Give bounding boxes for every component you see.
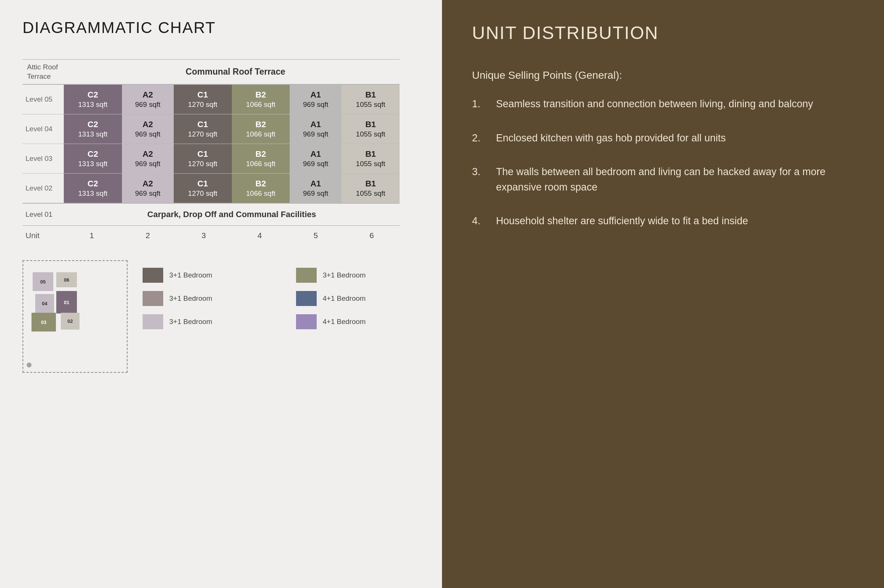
level-label: Level 04	[23, 114, 64, 144]
point-text-2: Enclosed kitchen with gas hob provided f…	[496, 130, 726, 146]
legend-label-0: 3+1 Bedroom	[169, 271, 212, 279]
block-06: 06	[56, 272, 77, 287]
carpark-table: Level 01 Carpark, Drop Off and Communal …	[23, 203, 400, 245]
block-05: 05	[33, 272, 53, 291]
level-label: Level 03	[23, 144, 64, 174]
legend-swatch-1	[296, 268, 317, 283]
legend-item-1: 3+1 Bedroom	[296, 268, 419, 283]
unit-num-4: 4	[232, 226, 288, 246]
communal-roof: Communal Roof Terrace	[71, 60, 400, 84]
selling-point-2: 2.Enclosed kitchen with gas hob provided…	[472, 130, 854, 146]
carpark-row: Level 01 Carpark, Drop Off and Communal …	[23, 204, 400, 226]
bottom-row: 05 06 04 01 03 02 ⊕ 3+1 Bedroom3+1 Bedro…	[23, 260, 419, 373]
unit-cell-A1: A1969 sqft	[290, 174, 341, 203]
unit-cell-B1: B11055 sqft	[341, 114, 400, 144]
selling-point-4: 4.Household shelter are sufficiently wid…	[472, 213, 854, 229]
unit-cell-B1: B11055 sqft	[341, 144, 400, 174]
legend-item-5: 4+1 Bedroom	[296, 314, 419, 329]
main-title: DIAGRAMMATIC CHART	[23, 19, 419, 37]
unit-num-1: 1	[64, 226, 120, 246]
unit-cell-A1: A1969 sqft	[290, 144, 341, 174]
carpark-text: Carpark, Drop Off and Communal Facilitie…	[64, 204, 400, 226]
level-label: Level 05	[23, 85, 64, 114]
block-04: 04	[35, 294, 54, 313]
point-text-1: Seamless transition and connection betwe…	[496, 96, 813, 112]
legend-item-2: 3+1 Bedroom	[143, 291, 266, 306]
unit-cell-A2: A2969 sqft	[122, 114, 174, 144]
unit-cell-C2: C21313 sqft	[64, 174, 122, 203]
level-row: Level 04C21313 sqftA2969 sqftC11270 sqft…	[23, 114, 400, 144]
level-row: Level 03C21313 sqftA2969 sqftC11270 sqft…	[23, 144, 400, 174]
level-label: Level 02	[23, 174, 64, 203]
block-02: 02	[61, 313, 80, 330]
unit-cell-C1: C11270 sqft	[174, 85, 232, 114]
legend-label-4: 3+1 Bedroom	[169, 318, 212, 326]
legend-item-0: 3+1 Bedroom	[143, 268, 266, 283]
unit-numbers-row: Unit 1 2 3 4 5 6	[23, 226, 400, 246]
unit-cell-C2: C21313 sqft	[64, 114, 122, 144]
unit-cell-A2: A2969 sqft	[122, 174, 174, 203]
right-title: UNIT DISTRIBUTION	[472, 22, 854, 43]
unit-cell-B2: B21066 sqft	[232, 114, 290, 144]
left-panel: DIAGRAMMATIC CHART Attic Roof Terrace Co…	[0, 0, 442, 588]
selling-point-3: 3.The walls between all bedroom and livi…	[472, 164, 854, 195]
chart-table: Attic Roof Terrace Communal Roof Terrace	[23, 59, 400, 84]
chart-container: Attic Roof Terrace Communal Roof Terrace…	[23, 59, 419, 245]
selling-point-1: 1.Seamless transition and connection bet…	[472, 96, 854, 112]
legend-label-5: 4+1 Bedroom	[323, 318, 366, 326]
selling-points-intro: Unique Selling Points (General):	[472, 69, 854, 81]
unit-cell-A2: A2969 sqft	[122, 85, 174, 114]
block-03: 03	[32, 313, 56, 332]
unit-cell-C1: C11270 sqft	[174, 114, 232, 144]
legend-label-3: 4+1 Bedroom	[323, 294, 366, 303]
legend-swatch-4	[143, 314, 163, 329]
floor-plan-inner: 05 06 04 01 03 02	[31, 268, 119, 364]
legend-item-3: 4+1 Bedroom	[296, 291, 419, 306]
right-panel: UNIT DISTRIBUTION Unique Selling Points …	[442, 0, 884, 588]
unit-cell-B2: B21066 sqft	[232, 85, 290, 114]
legend-swatch-5	[296, 314, 317, 329]
unit-cell-A2: A2969 sqft	[122, 144, 174, 174]
legend-swatch-0	[143, 268, 163, 283]
point-number-4: 4.	[472, 213, 486, 229]
attic-label: Attic Roof Terrace	[23, 60, 71, 84]
unit-cell-A1: A1969 sqft	[290, 85, 341, 114]
unit-header: Unit	[23, 226, 64, 246]
unit-cell-C1: C11270 sqft	[174, 144, 232, 174]
compass-icon: ⊕	[26, 361, 32, 369]
unit-cell-A1: A1969 sqft	[290, 114, 341, 144]
block-01: 01	[56, 291, 77, 314]
point-number-1: 1.	[472, 96, 486, 112]
legend-container: 3+1 Bedroom3+1 Bedroom3+1 Bedroom4+1 Bed…	[143, 268, 419, 329]
unit-cell-B2: B21066 sqft	[232, 144, 290, 174]
unit-num-2: 2	[120, 226, 176, 246]
unit-cell-B1: B11055 sqft	[341, 85, 400, 114]
unit-cell-B1: B11055 sqft	[341, 174, 400, 203]
unit-num-6: 6	[344, 226, 400, 246]
legend-label-2: 3+1 Bedroom	[169, 294, 212, 303]
point-number-3: 3.	[472, 164, 486, 195]
carpark-level-label: Level 01	[23, 204, 64, 226]
unit-cell-B2: B21066 sqft	[232, 174, 290, 203]
unit-cell-C2: C21313 sqft	[64, 85, 122, 114]
selling-points-list: 1.Seamless transition and connection bet…	[472, 96, 854, 229]
legend-swatch-2	[143, 291, 163, 306]
legend-swatch-3	[296, 291, 317, 306]
point-number-2: 2.	[472, 130, 486, 146]
unit-num-3: 3	[176, 226, 232, 246]
levels-table: Level 05C21313 sqftA2969 sqftC11270 sqft…	[23, 84, 400, 203]
attic-row: Attic Roof Terrace Communal Roof Terrace	[23, 60, 400, 84]
unit-num-5: 5	[288, 226, 344, 246]
point-text-3: The walls between all bedroom and living…	[496, 164, 854, 195]
unit-cell-C2: C21313 sqft	[64, 144, 122, 174]
point-text-4: Household shelter are sufficiently wide …	[496, 213, 748, 229]
level-row: Level 02C21313 sqftA2969 sqftC11270 sqft…	[23, 174, 400, 203]
level-row: Level 05C21313 sqftA2969 sqftC11270 sqft…	[23, 85, 400, 114]
legend-item-4: 3+1 Bedroom	[143, 314, 266, 329]
unit-cell-C1: C11270 sqft	[174, 174, 232, 203]
floor-plan-container: 05 06 04 01 03 02 ⊕	[23, 260, 128, 373]
legend-label-1: 3+1 Bedroom	[323, 271, 366, 279]
